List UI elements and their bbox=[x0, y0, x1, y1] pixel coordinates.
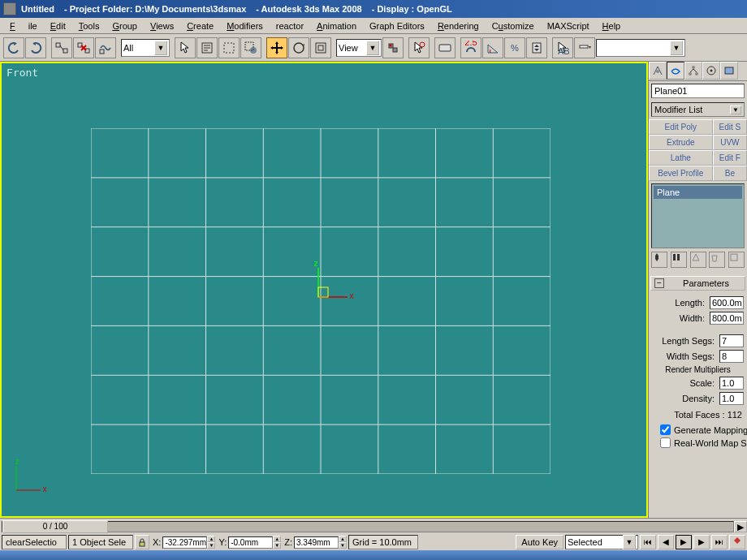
uvw-button[interactable]: UVW bbox=[713, 135, 747, 150]
scale-input[interactable]: 1.0 bbox=[719, 377, 744, 390]
y-spinner[interactable]: ▲▼ bbox=[273, 536, 281, 549]
angle-snap-button[interactable] bbox=[482, 37, 503, 58]
svg-line-58 bbox=[690, 69, 693, 72]
spinner-snap-button[interactable] bbox=[526, 37, 547, 58]
redo-button[interactable] bbox=[25, 37, 46, 58]
configure-sets-button[interactable] bbox=[728, 252, 745, 268]
realworld-checkbox[interactable]: Real-World Map Siz bbox=[660, 437, 744, 448]
lsegs-input[interactable]: 7 bbox=[719, 334, 744, 347]
menu-help[interactable]: Help bbox=[596, 19, 628, 32]
menu-grapheditors[interactable]: Graph Editors bbox=[363, 19, 431, 32]
motion-tab[interactable] bbox=[702, 62, 720, 80]
goto-start-button[interactable]: ⏮ bbox=[640, 535, 656, 549]
menu-file[interactable]: File bbox=[3, 19, 44, 32]
svg-text:%: % bbox=[511, 43, 519, 53]
maxscript-mini-listener[interactable]: clearSelectio bbox=[2, 535, 67, 549]
extrude-button[interactable]: Extrude bbox=[649, 135, 713, 150]
unlink-button[interactable] bbox=[73, 37, 94, 58]
rollup-toggle-icon[interactable]: − bbox=[654, 278, 664, 288]
length-input[interactable]: 600.0m bbox=[710, 296, 744, 309]
menu-maxscript[interactable]: MAXScript bbox=[541, 19, 596, 32]
create-tab[interactable] bbox=[649, 62, 667, 80]
time-slider-right-arrow[interactable]: ▶ bbox=[734, 521, 747, 532]
time-slider-thumb[interactable]: 0 / 100 bbox=[2, 520, 108, 533]
display-tab[interactable] bbox=[720, 62, 738, 80]
density-input[interactable]: 1.0 bbox=[719, 392, 744, 405]
window-crossing-button[interactable] bbox=[240, 37, 261, 58]
select-object-button[interactable] bbox=[175, 37, 196, 58]
menu-rendering[interactable]: Rendering bbox=[431, 19, 486, 32]
percent-snap-button[interactable]: % bbox=[504, 37, 525, 58]
prev-frame-button[interactable]: ◀ bbox=[658, 535, 674, 549]
title-folder: - Project Folder: D:\My Documents\3dsmax bbox=[64, 4, 246, 14]
stack-item-plane[interactable]: Plane bbox=[654, 186, 742, 199]
os-taskbar[interactable] bbox=[0, 550, 747, 560]
wsegs-input[interactable]: 8 bbox=[719, 350, 744, 363]
ref-coord-dropdown[interactable]: View▼ bbox=[336, 39, 382, 57]
y-input[interactable]: -0.0mm bbox=[228, 536, 273, 549]
editf-button[interactable]: Edit F bbox=[713, 150, 747, 166]
menu-modifiers[interactable]: Modifiers bbox=[220, 19, 270, 32]
key-filter-dropdown[interactable]: Selected▼ bbox=[565, 535, 638, 549]
lsegs-label: Length Segs: bbox=[652, 336, 718, 346]
menu-views[interactable]: Views bbox=[144, 19, 180, 32]
link-button[interactable] bbox=[51, 37, 72, 58]
select-move-button[interactable] bbox=[266, 37, 287, 58]
object-name-input[interactable]: Plane01 bbox=[651, 84, 745, 98]
selection-set-flyout-button[interactable] bbox=[574, 37, 595, 58]
remove-modifier-button[interactable] bbox=[709, 252, 725, 268]
goto-end-button[interactable]: ⏭ bbox=[711, 535, 728, 549]
show-end-result-button[interactable] bbox=[671, 252, 687, 268]
z-spinner[interactable]: ▲▼ bbox=[339, 536, 347, 549]
named-selection-button[interactable]: ABC bbox=[552, 37, 573, 58]
select-manipulate-button[interactable] bbox=[408, 37, 430, 58]
menu-customize[interactable]: Customize bbox=[486, 19, 541, 32]
lathe-button[interactable]: Lathe bbox=[649, 150, 713, 166]
title-file: Untitled bbox=[21, 4, 54, 14]
menu-edit[interactable]: Edit bbox=[44, 19, 72, 32]
viewport-front[interactable]: Front z x z x bbox=[2, 63, 646, 516]
select-region-button[interactable] bbox=[218, 37, 240, 58]
editpoly-button[interactable]: Edit Poly bbox=[649, 119, 713, 135]
select-rotate-button[interactable] bbox=[288, 37, 309, 58]
snap-2d-button[interactable]: 2.5 bbox=[460, 37, 481, 58]
parameters-rollup-header[interactable]: − Parameters bbox=[650, 276, 745, 291]
menu-create[interactable]: Create bbox=[180, 19, 220, 32]
pin-stack-button[interactable] bbox=[651, 252, 667, 268]
next-frame-button[interactable]: ▶ bbox=[693, 535, 710, 549]
bind-spacewarp-button[interactable] bbox=[95, 37, 116, 58]
modifier-stack[interactable]: Plane bbox=[651, 183, 745, 248]
modifier-list-dropdown[interactable]: Modifier List▼ bbox=[651, 102, 745, 117]
play-button[interactable]: ▶ bbox=[676, 535, 692, 549]
x-spinner[interactable]: ▲▼ bbox=[207, 536, 215, 549]
editspline-button[interactable]: Edit S bbox=[713, 119, 747, 135]
use-pivot-center-button[interactable] bbox=[382, 37, 404, 58]
menu-reactor[interactable]: reactor bbox=[270, 19, 310, 32]
select-scale-button[interactable] bbox=[310, 37, 331, 58]
select-by-name-button[interactable] bbox=[196, 37, 218, 58]
x-input[interactable]: -32.297mm bbox=[162, 536, 207, 549]
selection-lock-button[interactable] bbox=[135, 535, 149, 549]
autokey-button[interactable]: Auto Key bbox=[516, 535, 563, 549]
selection-filter-dropdown[interactable]: All▼ bbox=[121, 39, 170, 57]
menu-animation[interactable]: Animation bbox=[310, 19, 363, 32]
z-input[interactable]: 3.349mm bbox=[294, 536, 339, 549]
time-slider-track[interactable]: 0 / 100 bbox=[2, 521, 734, 532]
time-slider[interactable]: 0 / 100 ▶ bbox=[0, 518, 747, 534]
bend-button[interactable]: Be bbox=[713, 166, 747, 181]
modify-tab[interactable] bbox=[667, 62, 684, 80]
menu-tools[interactable]: Tools bbox=[72, 19, 106, 32]
svg-rect-63 bbox=[673, 254, 676, 261]
hierarchy-tab[interactable] bbox=[684, 62, 702, 80]
transform-gizmo[interactable]: z x bbox=[318, 281, 359, 323]
make-unique-button[interactable] bbox=[690, 252, 706, 268]
width-input[interactable]: 800.0m bbox=[710, 312, 744, 325]
bevel-button[interactable]: Bevel Profile bbox=[649, 166, 713, 181]
grid-status: Grid = 10.0mm bbox=[348, 535, 418, 549]
menu-group[interactable]: Group bbox=[106, 19, 144, 32]
named-selection-set-input[interactable]: ▼ bbox=[596, 39, 685, 57]
undo-button[interactable] bbox=[3, 37, 24, 58]
gen-mapping-checkbox[interactable]: Generate Mapping bbox=[660, 424, 744, 435]
key-mode-button[interactable] bbox=[729, 535, 745, 549]
keyboard-shortcut-override-button[interactable] bbox=[434, 37, 456, 58]
